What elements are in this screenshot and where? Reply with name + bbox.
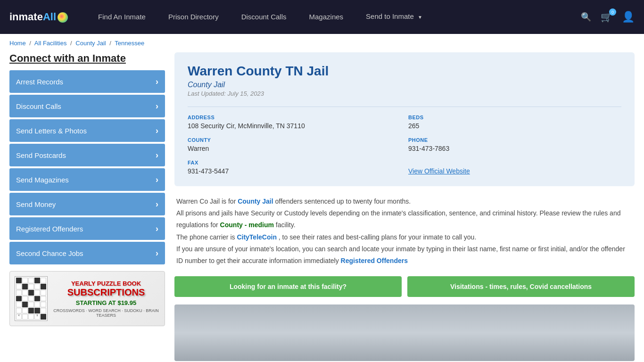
breadcrumb-sep-3: / [109,40,111,47]
website-link[interactable]: View Official Website [408,167,470,175]
fax-value: 931-473-5447 [188,167,401,175]
content: Warren County TN Jail County Jail Last U… [174,52,635,361]
sidebar-item-second-chance-jobs[interactable]: Second Chance Jobs › [9,242,165,264]
map-placeholder[interactable] [174,304,635,361]
cart-button[interactable]: 🛒 0 [601,11,612,23]
sidebar-item-arrest-records[interactable]: Arrest Records › [9,70,165,93]
visitations-button[interactable]: Visitations - times, rules, Covid cancel… [407,276,635,297]
dropdown-arrow-icon: ▼ [418,15,422,20]
nav-magazines-link[interactable]: Magazines [298,0,355,34]
sidebar-item-discount-calls-label: Discount Calls [16,102,61,110]
desc-2-link[interactable]: County - medium [220,221,274,229]
main-container: Connect with an Inmate Arrest Records › … [0,52,644,362]
address-label: ADDRESS [188,115,401,120]
sidebar-item-second-chance-jobs-label: Second Chance Jobs [16,249,83,257]
facility-updated: Last Updated: July 15, 2023 [188,90,621,97]
logo-inmate: inmate [9,11,43,23]
logo-all: All [43,11,56,23]
nav-find-inmate[interactable]: Find An Inmate [87,0,157,34]
arrow-icon: › [156,175,158,185]
nav-send-to-inmate[interactable]: Send to Inmate ▼ [355,0,434,34]
desc-3-cont: , to see their rates and best-calling pl… [279,233,476,241]
detail-beds: BEDS 265 [408,115,621,130]
breadcrumb-all-facilities[interactable]: All Facilities [34,40,67,47]
breadcrumb-home[interactable]: Home [9,40,26,47]
logo-icon [58,12,68,23]
ad-title: YEARLY PUZZLE BOOK [52,280,160,287]
fax-label: FAX [188,160,401,165]
description: Warren Co Jail is for County Jail offend… [174,196,635,267]
navbar-actions: 🔍 🛒 0 👤 [581,11,635,23]
county-label: COUNTY [188,137,401,143]
ad-text: YEARLY PUZZLE BOOK SUBSCRIPTIONS STARTIN… [52,280,160,318]
user-button[interactable]: 👤 [622,11,635,23]
sidebar-item-registered-offenders[interactable]: Registered Offenders › [9,217,165,240]
arrow-icon: › [156,101,158,111]
ad-desc: CROSSWORDS · WORD SEARCH · SUDOKU · BRAI… [52,308,160,318]
arrow-icon: › [156,199,158,209]
arrow-icon: › [156,248,158,258]
phone-label: PHONE [408,137,621,143]
nav-discount-calls-link[interactable]: Discount Calls [230,0,298,34]
arrow-icon: › [156,150,158,160]
nav-magazines[interactable]: Magazines [298,0,355,34]
desc-para-1: Warren Co Jail is for County Jail offend… [176,196,633,207]
sidebar-item-send-postcards[interactable]: Send Postcards › [9,144,165,166]
desc-1-pre: Warren Co Jail is for [176,197,236,205]
sidebar-item-send-letters-label: Send Letters & Photos [16,127,87,135]
desc-3-pre: The phone carrier is [176,233,235,241]
sidebar-title: Connect with an Inmate [9,52,165,65]
looking-for-inmate-button[interactable]: Looking for an inmate at this facility? [174,276,402,297]
phone-value: 931-473-7863 [408,145,621,152]
breadcrumb-tennessee[interactable]: Tennessee [115,40,144,47]
desc-3-link[interactable]: CityTeleCoin [237,233,277,241]
sidebar: Connect with an Inmate Arrest Records › … [9,52,165,326]
arrow-icon: › [156,224,158,234]
detail-address: ADDRESS 108 Security Cir, McMinnville, T… [188,115,401,130]
detail-website: View Official Website [408,160,621,175]
sidebar-item-send-money[interactable]: Send Money › [9,193,165,215]
sidebar-item-send-magazines[interactable]: Send Magazines › [9,168,165,191]
search-button[interactable]: 🔍 [581,12,591,22]
sidebar-item-registered-offenders-label: Registered Offenders [16,225,83,233]
crossword-image: 49 [15,276,48,321]
nav-prison-directory[interactable]: Prison Directory [157,0,230,34]
nav-discount-calls[interactable]: Discount Calls [230,0,298,34]
sidebar-item-send-postcards-label: Send Postcards [16,151,66,159]
sidebar-item-send-letters[interactable]: Send Letters & Photos › [9,119,165,142]
facility-card: Warren County TN Jail County Jail Last U… [174,52,635,186]
action-buttons: Looking for an inmate at this facility? … [174,276,635,297]
detail-fax: FAX 931-473-5447 [188,160,401,175]
beds-label: BEDS [408,115,621,120]
beds-value: 265 [408,122,621,130]
ad-banner[interactable]: 49 YEARLY PUZZLE BOOK SUBSCRIPTIONS STAR… [9,271,165,326]
nav-prison-directory-link[interactable]: Prison Directory [157,0,230,34]
nav-send-to-inmate-link[interactable]: Send to Inmate ▼ [355,0,434,34]
nav-find-inmate-link[interactable]: Find An Inmate [87,0,157,34]
sidebar-item-discount-calls[interactable]: Discount Calls › [9,95,165,117]
desc-1-link[interactable]: County Jail [238,197,273,205]
sidebar-item-arrest-records-label: Arrest Records [16,78,63,86]
cart-badge: 0 [609,8,616,16]
desc-para-2: All prisons and jails have Security or C… [176,207,633,231]
logo[interactable]: inmateAll [9,11,68,23]
facility-title: Warren County TN Jail [188,64,621,79]
arrow-icon: › [156,126,158,136]
breadcrumb-sep-1: / [29,40,31,47]
detail-county: COUNTY Warren [188,137,401,152]
breadcrumb-county-jail[interactable]: County Jail [75,40,106,47]
address-value: 108 Security Cir, McMinnville, TN 37110 [188,122,401,130]
arrow-icon: › [156,77,158,87]
county-value: Warren [188,145,401,152]
sidebar-item-send-magazines-label: Send Magazines [16,176,69,184]
ad-subtitle: SUBSCRIPTIONS [52,287,160,297]
sidebar-item-send-money-label: Send Money [16,200,56,208]
desc-4-link[interactable]: Registered Offenders [341,257,408,264]
detail-phone: PHONE 931-473-7863 [408,137,621,152]
sidebar-menu: Arrest Records › Discount Calls › Send L… [9,70,165,264]
breadcrumb: Home / All Facilities / County Jail / Te… [0,34,644,52]
facility-type: County Jail [188,81,621,89]
navbar: inmateAll Find An Inmate Prison Director… [0,0,644,34]
breadcrumb-sep-2: / [70,40,72,47]
nav-list: Find An Inmate Prison Directory Discount… [87,0,581,34]
